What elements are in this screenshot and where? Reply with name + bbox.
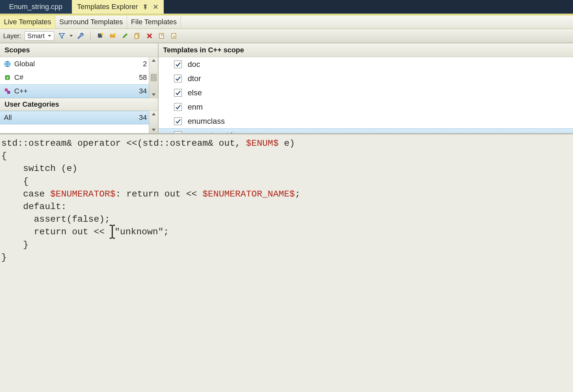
templates-header: Templates in C++ scope <box>159 43 573 57</box>
user-categories-header: User Categories <box>0 98 158 111</box>
template-label: else <box>188 88 202 97</box>
templates-toolbar: Layer: Smart <box>0 29 573 43</box>
template-item-enum-to-string[interactable]: enum_to_string <box>159 128 573 133</box>
new-template-button[interactable] <box>96 31 105 40</box>
scroll-down-icon[interactable] <box>152 129 156 131</box>
wrench-button[interactable] <box>76 31 85 40</box>
tab-live-templates[interactable]: Live Templates <box>0 16 55 28</box>
template-item-dtor[interactable]: dtor <box>159 71 573 86</box>
usercat-scrollbar[interactable] <box>149 111 158 133</box>
tool-tab-label: Templates Explorer <box>77 3 138 11</box>
scope-item-global[interactable]: Global 2 <box>0 57 158 71</box>
tool-tab-templates-explorer[interactable]: Templates Explorer <box>72 0 164 14</box>
template-label: enumclass <box>188 117 225 126</box>
layer-select-value: Smart <box>28 32 45 40</box>
file-tab-enumstring[interactable]: Enum_string.cpp <box>0 0 72 14</box>
code-text: { <box>1 176 28 186</box>
scopes-panel: Scopes Global 2 # C# 58 C++ <box>0 43 159 133</box>
scroll-thumb[interactable] <box>151 74 157 81</box>
code-text: assert(false); <box>1 214 110 224</box>
text-cursor-icon <box>109 226 116 238</box>
template-item-enm[interactable]: enm <box>159 100 573 114</box>
code-variable: $ENUM$ <box>246 138 279 148</box>
scope-label: C# <box>14 73 135 82</box>
checkbox[interactable] <box>174 117 182 125</box>
scroll-up-icon[interactable] <box>152 113 156 115</box>
svg-rect-5 <box>160 34 164 38</box>
tab-label: Surround Templates <box>59 18 123 26</box>
close-icon[interactable] <box>153 4 159 10</box>
template-item-else[interactable]: else <box>159 86 573 100</box>
checkbox[interactable] <box>174 132 182 133</box>
pin-icon[interactable] <box>142 4 148 10</box>
checkbox[interactable] <box>174 75 182 82</box>
svg-rect-4 <box>135 34 138 38</box>
template-label: dtor <box>188 74 201 83</box>
toolbar-separator <box>90 31 91 40</box>
scope-item-csharp[interactable]: # C# 58 <box>0 71 158 84</box>
code-text: e) <box>279 138 295 148</box>
code-variable: $ENUMERATOR_NAME$ <box>203 189 295 199</box>
code-text: : return out << <box>116 189 203 199</box>
code-text: } <box>1 240 28 250</box>
layer-label: Layer: <box>3 32 21 40</box>
templates-list: doc dtor else enm enumclass enum_to_stri… <box>159 57 573 133</box>
user-category-label: All <box>4 113 135 122</box>
scopes-list: Global 2 # C# 58 C++ 34 <box>0 57 158 98</box>
scope-label: Global <box>14 60 135 68</box>
code-string: "unknown"; <box>115 227 169 237</box>
copy-button[interactable] <box>133 31 142 40</box>
dropdown-arrow-icon[interactable] <box>70 35 73 37</box>
code-text: { <box>1 151 7 161</box>
template-category-tabs: Live Templates Surround Templates File T… <box>0 16 573 29</box>
tab-file-templates[interactable]: File Templates <box>127 16 181 28</box>
templates-header-label: Templates in C++ scope <box>163 46 244 54</box>
code-text: default: <box>1 202 67 212</box>
checkbox[interactable] <box>174 89 182 97</box>
csharp-icon: # <box>4 74 11 81</box>
checkbox[interactable] <box>174 60 182 68</box>
svg-text:#: # <box>6 76 8 80</box>
template-item-enumclass[interactable]: enumclass <box>159 114 573 128</box>
export-button[interactable] <box>170 31 179 40</box>
code-text: case <box>1 189 50 199</box>
template-label: doc <box>188 60 200 69</box>
filter-button[interactable] <box>57 31 66 40</box>
scopes-header-label: Scopes <box>5 46 30 54</box>
tab-label: File Templates <box>131 18 177 26</box>
code-text: return out << <box>1 227 110 237</box>
scroll-up-icon[interactable] <box>152 59 156 62</box>
scroll-down-icon[interactable] <box>152 93 156 96</box>
template-item-doc[interactable]: doc <box>159 57 573 71</box>
template-label: enum_to_string <box>188 131 241 133</box>
user-categories-list: All 34 <box>0 111 158 133</box>
editor-tabs: Enum_string.cpp Templates Explorer <box>0 0 573 14</box>
file-tab-label: Enum_string.cpp <box>9 3 62 11</box>
edit-button[interactable] <box>120 31 129 40</box>
code-text: std::ostream& operator <<(std::ostream& … <box>1 138 246 148</box>
panel-container: Scopes Global 2 # C# 58 C++ <box>0 43 573 134</box>
globe-icon <box>4 60 11 68</box>
user-categories-label: User Categories <box>5 100 59 108</box>
cpp-icon <box>4 88 11 95</box>
user-category-item-all[interactable]: All 34 <box>0 111 158 124</box>
scopes-scrollbar[interactable] <box>149 57 158 98</box>
tab-surround-templates[interactable]: Surround Templates <box>55 16 127 28</box>
new-folder-button[interactable] <box>108 31 117 40</box>
code-variable: $ENUMERATOR$ <box>50 189 116 199</box>
svg-point-1 <box>101 33 103 35</box>
scope-item-cpp[interactable]: C++ 34 <box>0 84 158 98</box>
code-text: ; <box>295 189 300 199</box>
svg-rect-10 <box>5 89 8 91</box>
code-text: switch (e) <box>1 164 77 174</box>
template-code-editor[interactable]: std::ostream& operator <<(std::ostream& … <box>0 134 573 392</box>
checkbox[interactable] <box>174 103 182 111</box>
svg-point-2 <box>113 33 116 36</box>
scope-label: C++ <box>14 87 135 95</box>
code-text: } <box>1 252 7 262</box>
import-button[interactable] <box>157 31 166 40</box>
delete-button[interactable] <box>145 31 154 40</box>
tab-label: Live Templates <box>4 18 51 26</box>
templates-panel: Templates in C++ scope doc dtor else enm… <box>159 43 573 133</box>
layer-select[interactable]: Smart <box>25 31 54 40</box>
